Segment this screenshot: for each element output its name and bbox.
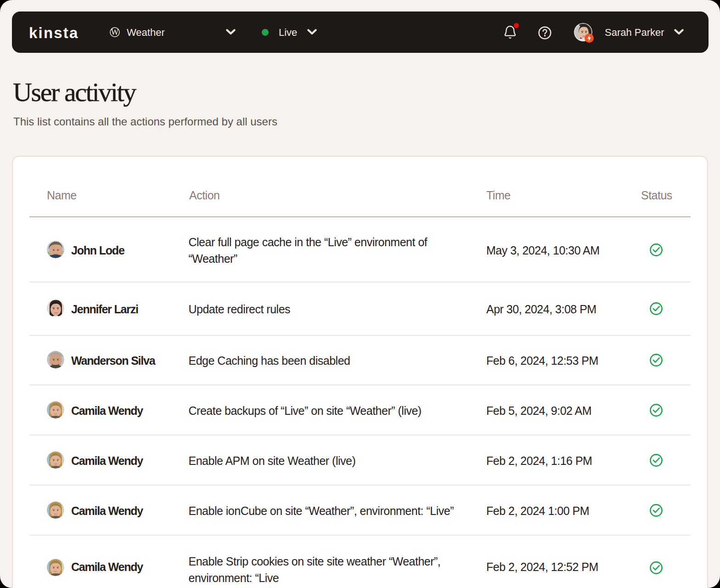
svg-text:W: W	[111, 28, 119, 37]
